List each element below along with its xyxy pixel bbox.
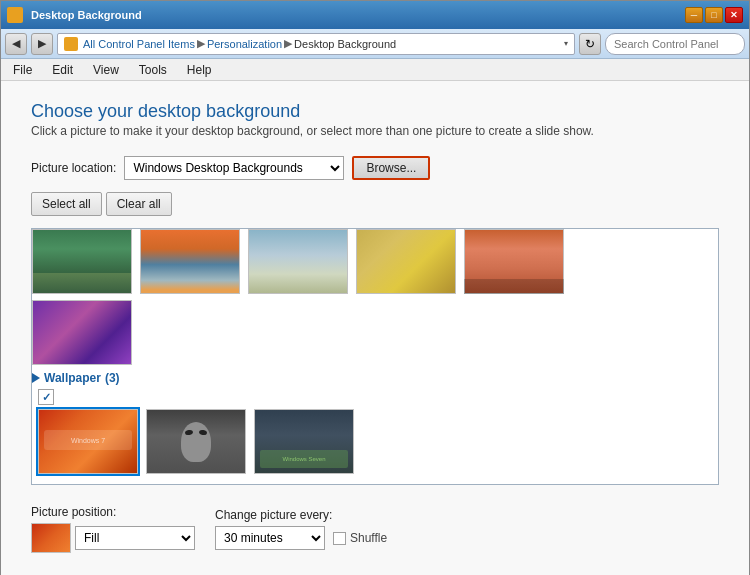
window-title: Desktop Background — [31, 9, 142, 21]
wallpaper-checkbox-1[interactable]: ✓ — [38, 389, 54, 405]
alien-eye-right — [199, 429, 208, 435]
wallpaper-thumb-row: ✓ Windows 7 — [32, 389, 704, 474]
change-row: 30 minutes Shuffle — [215, 526, 387, 550]
gallery-row-1 — [32, 229, 704, 294]
menu-edit[interactable]: Edit — [48, 61, 77, 79]
menu-view[interactable]: View — [89, 61, 123, 79]
menu-file[interactable]: File — [9, 61, 36, 79]
thumbnail-5[interactable] — [464, 229, 564, 294]
wallpaper-count: (3) — [105, 371, 120, 385]
path-icon — [64, 37, 78, 51]
page-heading: Choose your desktop background Click a p… — [31, 101, 719, 138]
breadcrumb-current: Desktop Background — [294, 38, 396, 50]
location-dropdown[interactable]: Windows Desktop Backgrounds — [124, 156, 344, 180]
change-group: Change picture every: 30 minutes Shuffle — [215, 508, 387, 550]
shuffle-row: Shuffle — [333, 531, 387, 545]
address-dropdown-arrow[interactable]: ▾ — [564, 39, 568, 48]
alien-eye-left — [185, 429, 194, 435]
forward-button[interactable]: ▶ — [31, 33, 53, 55]
close-button[interactable]: ✕ — [725, 7, 743, 23]
breadcrumb-personalization[interactable]: Personalization — [207, 38, 282, 50]
select-buttons-group: Select all Clear all — [31, 192, 719, 216]
address-bar: ◀ ▶ All Control Panel Items ▶ Personaliz… — [1, 29, 749, 59]
picture-location-row: Picture location: Windows Desktop Backgr… — [31, 156, 719, 180]
position-preview-thumb — [31, 523, 71, 553]
change-label: Change picture every: — [215, 508, 387, 522]
wallpaper-checkbox-3-placeholder — [254, 389, 270, 405]
window-controls: ─ □ ✕ — [685, 7, 743, 23]
gallery-scroll[interactable]: Wallpaper (3) ✓ Windows 7 — [32, 229, 718, 484]
thumbnail-4[interactable] — [356, 229, 456, 294]
wallpaper-thumbnail-1[interactable]: Windows 7 — [38, 409, 138, 474]
thumbnail-6[interactable] — [32, 300, 132, 365]
wallpaper-checkbox-2-placeholder — [146, 389, 162, 405]
menu-help[interactable]: Help — [183, 61, 216, 79]
window-icon — [7, 7, 23, 23]
section-collapse-icon[interactable] — [32, 373, 40, 383]
position-group: Picture position: Fill — [31, 505, 195, 553]
refresh-button[interactable]: ↻ — [579, 33, 601, 55]
wallpaper-thumbnail-3[interactable]: Windows Seven — [254, 409, 354, 474]
shuffle-checkbox[interactable] — [333, 532, 346, 545]
interval-dropdown-wrap: 30 minutes — [215, 526, 325, 550]
menu-tools[interactable]: Tools — [135, 61, 171, 79]
browse-button[interactable]: Browse... — [352, 156, 430, 180]
wallpaper-section-title: Wallpaper — [44, 371, 101, 385]
clear-all-button[interactable]: Clear all — [106, 192, 172, 216]
wallpaper-thumb-3-group: Windows Seven — [254, 389, 354, 474]
thumbnail-2[interactable] — [140, 229, 240, 294]
title-bar: Desktop Background ─ □ ✕ — [1, 1, 749, 29]
page-title: Choose your desktop background — [31, 101, 719, 122]
wallpaper-thumb-1-group: ✓ Windows 7 — [38, 389, 138, 474]
select-all-button[interactable]: Select all — [31, 192, 102, 216]
position-row: Fill — [31, 523, 195, 553]
thumbnail-1[interactable] — [32, 229, 132, 294]
position-label: Picture position: — [31, 505, 195, 519]
shuffle-label: Shuffle — [350, 531, 387, 545]
wallpaper-section-header: Wallpaper (3) — [32, 371, 704, 385]
position-dropdown-wrap: Fill — [75, 526, 195, 550]
breadcrumb-cp[interactable]: All Control Panel Items — [83, 38, 195, 50]
menu-bar: File Edit View Tools Help — [1, 59, 749, 81]
position-dropdown[interactable]: Fill — [75, 526, 195, 550]
back-button[interactable]: ◀ — [5, 33, 27, 55]
page-subtitle: Click a picture to make it your desktop … — [31, 124, 719, 138]
address-path[interactable]: All Control Panel Items ▶ Personalizatio… — [57, 33, 575, 55]
wallpaper-thumb-2-group — [146, 389, 246, 474]
interval-dropdown[interactable]: 30 minutes — [215, 526, 325, 550]
search-input[interactable] — [605, 33, 745, 55]
gallery-row-2 — [32, 300, 704, 365]
wallpaper-thumbnail-2[interactable] — [146, 409, 246, 474]
bottom-section: Picture position: Fill Change picture ev… — [31, 497, 719, 557]
gallery-container: Wallpaper (3) ✓ Windows 7 — [31, 228, 719, 485]
main-content: Choose your desktop background Click a p… — [1, 81, 749, 575]
maximize-button[interactable]: □ — [705, 7, 723, 23]
minimize-button[interactable]: ─ — [685, 7, 703, 23]
picture-location-label: Picture location: — [31, 161, 116, 175]
thumbnail-3[interactable] — [248, 229, 348, 294]
main-window: Desktop Background ─ □ ✕ ◀ ▶ All Control… — [0, 0, 750, 575]
